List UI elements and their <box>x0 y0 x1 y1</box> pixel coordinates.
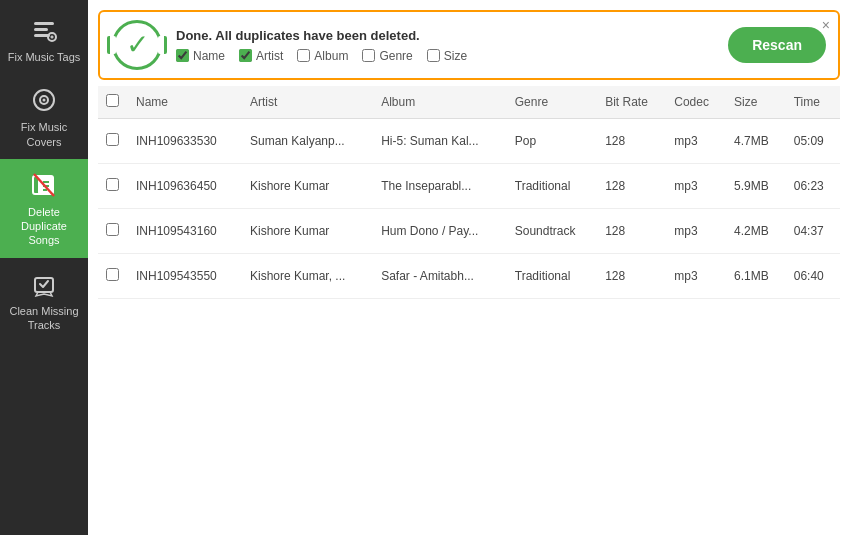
filter-album-checkbox[interactable] <box>297 49 310 62</box>
sidebar-item-delete-duplicates[interactable]: Delete Duplicate Songs <box>0 159 88 258</box>
close-button[interactable]: × <box>822 18 830 32</box>
filter-name-checkbox[interactable] <box>176 49 189 62</box>
fix-tags-icon <box>28 14 60 46</box>
sidebar-item-fix-covers[interactable]: Fix Music Covers <box>0 74 88 159</box>
row-codec: mp3 <box>666 254 726 299</box>
row-name: INH109543160 <box>128 209 242 254</box>
select-all-checkbox[interactable] <box>106 94 119 107</box>
filter-genre[interactable]: Genre <box>362 49 412 63</box>
row-size: 4.7MB <box>726 119 786 164</box>
row-time: 05:09 <box>786 119 840 164</box>
row-genre: Pop <box>507 119 597 164</box>
songs-table: Name Artist Album Genre Bit Rate Codec S… <box>98 86 840 299</box>
row-name: INH109636450 <box>128 164 242 209</box>
sidebar-label-fix-covers: Fix Music Covers <box>4 120 84 149</box>
table-row: INH109633530 Suman Kalyanp... Hi-5: Suma… <box>98 119 840 164</box>
col-checkbox <box>98 86 128 119</box>
table-container: Name Artist Album Genre Bit Rate Codec S… <box>88 86 850 535</box>
col-codec: Codec <box>666 86 726 119</box>
row-bitrate: 128 <box>597 164 666 209</box>
row-bitrate: 128 <box>597 119 666 164</box>
row-bitrate: 128 <box>597 254 666 299</box>
row-genre: Traditional <box>507 254 597 299</box>
filter-artist-checkbox[interactable] <box>239 49 252 62</box>
row-codec: mp3 <box>666 209 726 254</box>
row-artist: Kishore Kumar <box>242 209 373 254</box>
clean-missing-icon <box>28 268 60 300</box>
filter-size-checkbox[interactable] <box>427 49 440 62</box>
col-artist: Artist <box>242 86 373 119</box>
table-row: INH109543550 Kishore Kumar, ... Safar - … <box>98 254 840 299</box>
row-size: 4.2MB <box>726 209 786 254</box>
col-name: Name <box>128 86 242 119</box>
success-circle: ✓ <box>112 20 162 70</box>
filter-name[interactable]: Name <box>176 49 225 63</box>
sidebar-label-delete-duplicates: Delete Duplicate Songs <box>4 205 84 248</box>
row-artist: Kishore Kumar <box>242 164 373 209</box>
delete-duplicates-icon <box>28 169 60 201</box>
row-codec: mp3 <box>666 164 726 209</box>
row-size: 5.9MB <box>726 164 786 209</box>
sidebar-item-clean-missing[interactable]: Clean Missing Tracks <box>0 258 88 343</box>
table-header-row: Name Artist Album Genre Bit Rate Codec S… <box>98 86 840 119</box>
filter-album[interactable]: Album <box>297 49 348 63</box>
fix-covers-icon <box>28 84 60 116</box>
col-album: Album <box>373 86 507 119</box>
row-checkbox[interactable] <box>98 254 128 299</box>
svg-rect-0 <box>34 22 54 25</box>
row-album: Safar - Amitabh... <box>373 254 507 299</box>
sidebar-item-fix-tags[interactable]: Fix Music Tags <box>0 4 88 74</box>
row-genre: Traditional <box>507 164 597 209</box>
row-artist: Kishore Kumar, ... <box>242 254 373 299</box>
sidebar-label-clean-missing: Clean Missing Tracks <box>4 304 84 333</box>
row-album: Hi-5: Suman Kal... <box>373 119 507 164</box>
row-genre: Soundtrack <box>507 209 597 254</box>
row-album: The Inseparabl... <box>373 164 507 209</box>
sidebar-label-fix-tags: Fix Music Tags <box>8 50 81 64</box>
row-name: INH109633530 <box>128 119 242 164</box>
filter-artist[interactable]: Artist <box>239 49 283 63</box>
filter-size[interactable]: Size <box>427 49 467 63</box>
row-bitrate: 128 <box>597 209 666 254</box>
row-codec: mp3 <box>666 119 726 164</box>
table-row: INH109636450 Kishore Kumar The Inseparab… <box>98 164 840 209</box>
main-content: ✓ Done. All duplicates have been deleted… <box>88 0 850 535</box>
sidebar: Fix Music Tags Fix Music Covers Delete D <box>0 0 88 535</box>
col-genre: Genre <box>507 86 597 119</box>
row-checkbox[interactable] <box>98 119 128 164</box>
col-size: Size <box>726 86 786 119</box>
table-row: INH109543160 Kishore Kumar Hum Dono / Pa… <box>98 209 840 254</box>
notification-bar: ✓ Done. All duplicates have been deleted… <box>98 10 840 80</box>
svg-rect-1 <box>34 28 48 31</box>
row-artist: Suman Kalyanp... <box>242 119 373 164</box>
notification-filters: Name Artist Album Genre Size <box>176 49 716 63</box>
col-bitrate: Bit Rate <box>597 86 666 119</box>
row-name: INH109543550 <box>128 254 242 299</box>
row-checkbox[interactable] <box>98 209 128 254</box>
notification-title: Done. All duplicates have been deleted. <box>176 28 716 43</box>
row-time: 06:23 <box>786 164 840 209</box>
checkmark-icon: ✓ <box>126 31 149 59</box>
row-time: 06:40 <box>786 254 840 299</box>
row-time: 04:37 <box>786 209 840 254</box>
row-album: Hum Dono / Pay... <box>373 209 507 254</box>
svg-point-8 <box>43 99 46 102</box>
row-size: 6.1MB <box>726 254 786 299</box>
col-time: Time <box>786 86 840 119</box>
filter-genre-checkbox[interactable] <box>362 49 375 62</box>
row-checkbox[interactable] <box>98 164 128 209</box>
notification-content: Done. All duplicates have been deleted. … <box>176 28 716 63</box>
rescan-button[interactable]: Rescan <box>728 27 826 63</box>
